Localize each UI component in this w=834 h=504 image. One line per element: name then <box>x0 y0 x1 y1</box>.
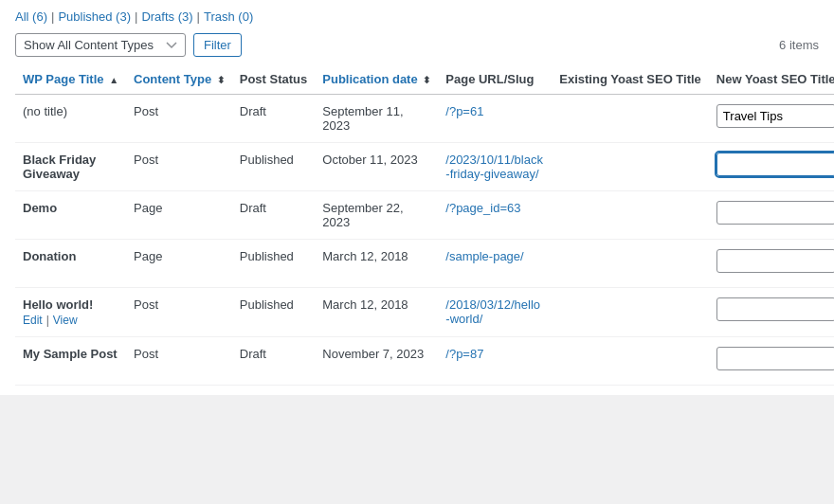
col-header-new: New Yoast SEO Title <box>709 64 834 95</box>
cell-existing-seo <box>552 95 709 143</box>
url-link[interactable]: /2018/03/12/hello-world/ <box>445 297 540 326</box>
cell-status: Published <box>232 288 316 337</box>
url-link[interactable]: /?p=87 <box>445 347 483 361</box>
cell-url: /?p=61 <box>438 95 552 143</box>
cell-url: /2023/10/11/black-friday-giveaway/ <box>438 143 552 191</box>
url-link[interactable]: /?page_id=63 <box>445 201 520 215</box>
pub-sort-arrow: ⬍ <box>423 75 430 85</box>
table-row: (no title)PostDraftSeptember 11, 2023/?p… <box>15 95 834 143</box>
published-filter[interactable]: Published (3) <box>58 9 131 24</box>
cell-new-seo <box>709 143 834 191</box>
cell-new-seo <box>709 95 834 143</box>
filter-left: Show All Content Types Post Page Filter <box>15 33 242 57</box>
cell-existing-seo <box>552 337 709 386</box>
all-label: All <box>15 9 28 24</box>
ctype-sort-link[interactable]: Content Type <box>134 72 211 86</box>
row-action-link-view[interactable]: View <box>53 314 78 327</box>
drafts-count: 3 <box>182 9 189 24</box>
trash-filter[interactable]: Trash (0) <box>204 9 253 24</box>
published-label: Published <box>58 9 112 24</box>
cell-url: /?page_id=63 <box>438 191 552 240</box>
seo-table: WP Page Title ▲ Content Type ⬍ Post Stat… <box>15 64 834 386</box>
published-count: 3 <box>119 9 126 24</box>
col-header-ctype: Content Type ⬍ <box>126 64 232 95</box>
cell-status: Draft <box>232 191 316 240</box>
url-link[interactable]: /2023/10/11/black-friday-giveaway/ <box>445 153 543 181</box>
seo-title-input[interactable] <box>716 297 834 321</box>
cell-ctype: Page <box>126 191 232 240</box>
title-sort-link[interactable]: WP Page Title <box>23 72 104 86</box>
cell-new-seo <box>709 337 834 386</box>
table-row: DemoPageDraftSeptember 22, 2023/?page_id… <box>15 191 834 240</box>
items-count: 6 items <box>779 38 819 52</box>
cell-url: /?p=87 <box>438 337 552 386</box>
table-row: Black Friday GiveawayPostPublishedOctobe… <box>15 143 834 191</box>
cell-title: Demo <box>15 191 126 240</box>
page-title: Demo <box>23 201 57 215</box>
col-header-pub: Publication date ⬍ <box>315 64 438 95</box>
cell-existing-seo <box>552 191 709 240</box>
sep3: | <box>197 9 200 24</box>
seo-title-input[interactable] <box>716 201 834 225</box>
table-row: DonationPagePublishedMarch 12, 2018/samp… <box>15 240 834 288</box>
col-header-existing: Existing Yoast SEO Title <box>552 64 709 95</box>
page-title: My Sample Post <box>23 347 118 361</box>
filter-links: All (6) | Published (3) | Drafts (3) | T… <box>15 9 819 24</box>
sep1: | <box>51 9 54 24</box>
content-type-select[interactable]: Show All Content Types Post Page <box>15 33 186 57</box>
title-sort-arrow: ▲ <box>109 75 118 85</box>
cell-existing-seo <box>552 143 709 191</box>
cell-existing-seo <box>552 288 709 337</box>
row-action-link-edit[interactable]: Edit <box>23 314 43 327</box>
cell-title: (no title) <box>15 95 126 143</box>
cell-title: Black Friday Giveaway <box>15 143 126 191</box>
page-title: (no title) <box>23 104 67 118</box>
seo-title-input[interactable] <box>716 347 834 370</box>
row-action-sep: | <box>46 314 49 327</box>
page-title: Donation <box>23 249 76 263</box>
cell-new-seo <box>709 288 834 337</box>
drafts-label: Drafts <box>141 9 174 24</box>
table-body: (no title)PostDraftSeptember 11, 2023/?p… <box>15 95 834 386</box>
filter-button[interactable]: Filter <box>193 33 242 57</box>
filter-bar: Show All Content Types Post Page Filter … <box>15 33 819 57</box>
trash-count: 0 <box>243 9 249 24</box>
ctype-sort-arrow: ⬍ <box>217 75 225 85</box>
cell-new-seo <box>709 191 834 240</box>
cell-status: Draft <box>232 337 316 386</box>
cell-new-seo <box>709 240 834 288</box>
col-header-status: Post Status <box>232 64 316 95</box>
seo-title-input[interactable] <box>716 153 834 176</box>
cell-status: Published <box>232 240 316 288</box>
drafts-filter[interactable]: Drafts (3) <box>141 9 192 24</box>
cell-ctype: Page <box>126 240 232 288</box>
pub-sort-link[interactable]: Publication date <box>322 72 417 86</box>
cell-title: My Sample Post <box>15 337 126 386</box>
cell-status: Draft <box>232 95 316 143</box>
cell-url: /sample-page/ <box>438 240 552 288</box>
col-header-title: WP Page Title ▲ <box>15 64 126 95</box>
cell-pub: March 12, 2018 <box>315 288 438 337</box>
row-actions: Edit | View <box>23 314 118 327</box>
sep2: | <box>135 9 137 24</box>
url-link[interactable]: /?p=61 <box>445 104 483 118</box>
cell-url: /2018/03/12/hello-world/ <box>438 288 552 337</box>
cell-pub: September 22, 2023 <box>315 191 438 240</box>
trash-label: Trash <box>204 9 235 24</box>
cell-ctype: Post <box>126 143 232 191</box>
table-row: My Sample PostPostDraftNovember 7, 2023/… <box>15 337 834 386</box>
url-link[interactable]: /sample-page/ <box>445 249 523 263</box>
cell-pub: September 11, 2023 <box>315 95 438 143</box>
cell-status: Published <box>232 143 316 191</box>
cell-pub: November 7, 2023 <box>315 337 438 386</box>
seo-title-input[interactable] <box>716 104 834 128</box>
all-filter[interactable]: All (6) <box>15 9 47 24</box>
table-header-row: WP Page Title ▲ Content Type ⬍ Post Stat… <box>15 64 834 95</box>
cell-pub: October 11, 2023 <box>315 143 438 191</box>
page-title: Black Friday Giveaway <box>23 153 96 181</box>
cell-title: Donation <box>15 240 126 288</box>
cell-ctype: Post <box>126 288 232 337</box>
seo-title-input[interactable] <box>716 249 834 273</box>
page-title: Hello world! <box>23 297 93 312</box>
cell-pub: March 12, 2018 <box>315 240 438 288</box>
